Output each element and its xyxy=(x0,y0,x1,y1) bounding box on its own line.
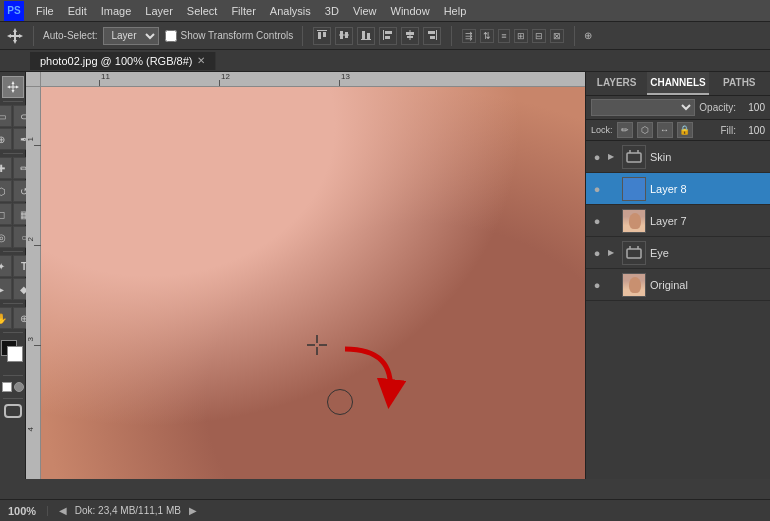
panel-tab-bar: LAYERS CHANNELS PATHS xyxy=(586,72,770,96)
lock-all-btn[interactable]: 🔒 xyxy=(677,122,693,138)
menu-layer[interactable]: Layer xyxy=(139,3,179,19)
menu-filter[interactable]: Filter xyxy=(225,3,261,19)
quick-mask-btn[interactable] xyxy=(14,382,24,392)
layer-skin-group[interactable]: ● ▶ Skin xyxy=(586,141,770,173)
move-tool-btn[interactable] xyxy=(2,76,24,98)
layer-name-8: Layer 8 xyxy=(650,183,766,195)
menu-file[interactable]: File xyxy=(30,3,60,19)
dist-h-icon[interactable]: ⇶ xyxy=(462,29,476,43)
menu-help[interactable]: Help xyxy=(438,3,473,19)
layer-expand-skin[interactable]: ▶ xyxy=(608,152,618,161)
layer-visibility-7[interactable]: ● xyxy=(590,214,604,228)
path-select-btn[interactable]: ▸ xyxy=(0,278,12,300)
auto-align-icon[interactable]: ⊕ xyxy=(584,30,592,41)
align-right-icon[interactable] xyxy=(423,27,441,45)
clone-btn[interactable]: ⬡ xyxy=(0,180,12,202)
quick-mask-toggle[interactable] xyxy=(2,379,24,395)
layer-visibility-8[interactable]: ● xyxy=(590,182,604,196)
tab-layers[interactable]: LAYERS xyxy=(586,72,647,95)
lock-row: Lock: ✏ ⬡ ↔ 🔒 Fill: 100 xyxy=(586,120,770,141)
align-hcenter-icon[interactable] xyxy=(401,27,419,45)
svg-rect-43 xyxy=(627,249,641,258)
menu-3d[interactable]: 3D xyxy=(319,3,345,19)
dist-space-icon[interactable]: ⊞ xyxy=(514,29,528,43)
ruler-tick-12 xyxy=(219,80,220,86)
svg-rect-40 xyxy=(627,153,641,162)
lock-pixels-btn[interactable]: ✏ xyxy=(617,122,633,138)
workspace: ▭ ⊂ ⊕ ✒ ✚ ✏ ⬡ ↺ ◻ ▦ ◎ ○ ✦ T ▸ xyxy=(0,72,770,479)
menu-select[interactable]: Select xyxy=(181,3,224,19)
show-transform-label[interactable]: Show Transform Controls xyxy=(165,30,293,42)
ruler-tick-v3 xyxy=(34,345,41,346)
show-transform-checkbox[interactable] xyxy=(165,30,177,42)
background-color[interactable] xyxy=(7,346,23,362)
standard-mode-btn[interactable] xyxy=(2,382,12,392)
layer-thumb-skin xyxy=(622,145,646,169)
auto-select-dropdown[interactable]: Layer Group xyxy=(103,27,159,45)
lock-label: Lock: xyxy=(591,125,613,135)
ruler-mark-v1: 1 xyxy=(27,137,35,141)
screen-mode-btn[interactable] xyxy=(4,404,22,418)
blur-btn[interactable]: ◎ xyxy=(0,226,12,248)
heal-btn[interactable]: ✚ xyxy=(0,157,12,179)
svg-marker-0 xyxy=(7,28,23,44)
svg-rect-3 xyxy=(323,32,326,37)
pen-btn[interactable]: ✦ xyxy=(0,255,12,277)
ruler-mark-v3: 3 xyxy=(27,337,35,341)
zoom-level: 100% xyxy=(8,505,36,517)
svg-rect-8 xyxy=(362,31,365,39)
tab-channels[interactable]: CHANNELS xyxy=(647,72,708,95)
image-canvas[interactable] xyxy=(41,87,585,479)
blend-opacity-controls: Normal Opacity: 100 xyxy=(586,96,770,120)
lock-image-btn[interactable]: ⬡ xyxy=(637,122,653,138)
layer-visibility-original[interactable]: ● xyxy=(590,278,604,292)
layer-eye-group[interactable]: ● ▶ Eye xyxy=(586,237,770,269)
align-top-icon[interactable] xyxy=(313,27,331,45)
nav-prev-btn[interactable]: ◀ xyxy=(59,505,67,516)
menu-edit[interactable]: Edit xyxy=(62,3,93,19)
nav-next-btn[interactable]: ▶ xyxy=(189,505,197,516)
layer-8[interactable]: ● Layer 8 xyxy=(586,173,770,205)
rect-select-btn[interactable]: ▭ xyxy=(0,105,12,127)
ruler-tick-v2 xyxy=(34,245,41,246)
layer-thumb-7 xyxy=(622,209,646,233)
eraser-btn[interactable]: ◻ xyxy=(0,203,12,225)
layer-original[interactable]: ● Original xyxy=(586,269,770,301)
options-bar: Auto-Select: Layer Group Show Transform … xyxy=(0,22,770,50)
sep1 xyxy=(33,26,34,46)
align-left-icon[interactable] xyxy=(379,27,397,45)
dist-last-icon[interactable]: ⊠ xyxy=(550,29,564,43)
tool-sep-7 xyxy=(3,398,23,399)
menu-analysis[interactable]: Analysis xyxy=(264,3,317,19)
layer-7[interactable]: ● Layer 7 xyxy=(586,205,770,237)
tab-paths[interactable]: PATHS xyxy=(709,72,770,95)
dist-eq-icon[interactable]: ≡ xyxy=(498,29,509,43)
dist-extra-icon[interactable]: ⊟ xyxy=(532,29,546,43)
crop-btn[interactable]: ⊕ xyxy=(0,128,12,150)
align-vcenter-icon[interactable] xyxy=(335,27,353,45)
move-tool-icon xyxy=(6,27,24,45)
layer-visibility-skin[interactable]: ● xyxy=(590,150,604,164)
layer-list: ● ▶ Skin ● Layer 8 xyxy=(586,141,770,479)
hand-btn[interactable]: ✋ xyxy=(0,307,12,329)
tool-sep-6 xyxy=(3,375,23,376)
marquee-tools xyxy=(2,76,24,98)
red-arrow xyxy=(325,339,415,429)
screen-mode-icon xyxy=(4,404,22,418)
align-bottom-icon[interactable] xyxy=(357,27,375,45)
tool-sep-5 xyxy=(3,332,23,333)
sep3 xyxy=(451,26,452,46)
lock-position-btn[interactable]: ↔ xyxy=(657,122,673,138)
svg-rect-6 xyxy=(345,32,348,38)
menu-window[interactable]: Window xyxy=(385,3,436,19)
document-tab[interactable]: photo02.jpg @ 100% (RGB/8#) ✕ xyxy=(30,52,216,70)
svg-rect-16 xyxy=(436,30,437,40)
layer-expand-eye[interactable]: ▶ xyxy=(608,248,618,257)
dist-v-icon[interactable]: ⇅ xyxy=(480,29,494,43)
menu-image[interactable]: Image xyxy=(95,3,138,19)
layer-visibility-eye[interactable]: ● xyxy=(590,246,604,260)
tab-close-button[interactable]: ✕ xyxy=(197,55,205,66)
layers-panel: LAYERS CHANNELS PATHS Normal Opacity: 10… xyxy=(585,72,770,479)
menu-view[interactable]: View xyxy=(347,3,383,19)
blend-mode-select[interactable]: Normal xyxy=(591,99,695,116)
